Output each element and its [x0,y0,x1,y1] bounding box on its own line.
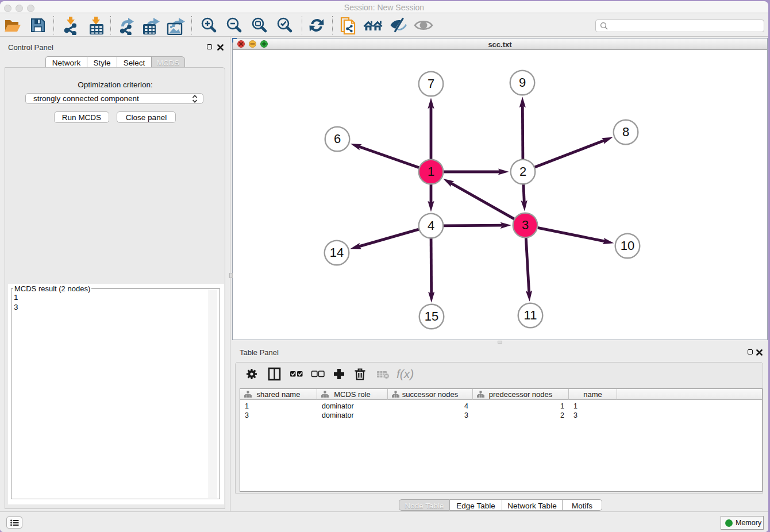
svg-text:3: 3 [522,218,529,232]
svg-text:11: 11 [524,308,537,322]
svg-text:14: 14 [330,245,344,260]
svg-text:15: 15 [425,309,438,323]
svg-text:8: 8 [622,125,629,139]
svg-text:4: 4 [428,218,434,233]
svg-text:9: 9 [519,75,526,90]
svg-text:1: 1 [428,164,434,179]
svg-text:10: 10 [621,238,634,253]
svg-text:6: 6 [334,132,341,146]
svg-text:2: 2 [519,164,526,179]
svg-text:f(x): f(x) [396,367,414,380]
svg-text:7: 7 [428,76,434,91]
